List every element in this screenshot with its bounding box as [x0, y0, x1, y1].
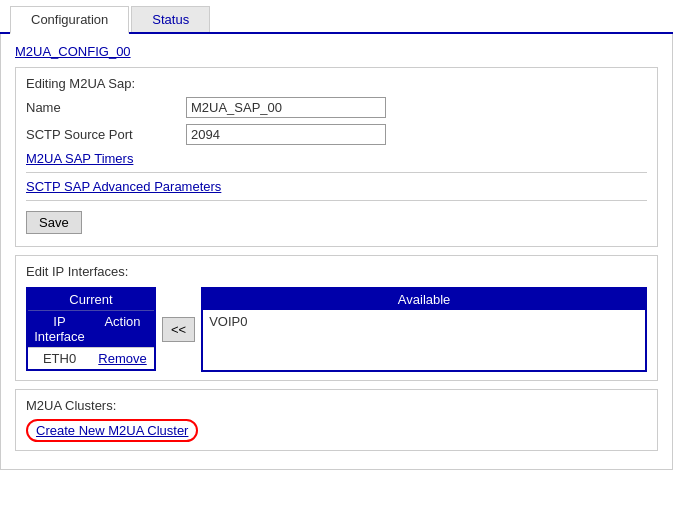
divider1 — [26, 172, 647, 173]
sctp-row: SCTP Source Port — [26, 124, 647, 145]
name-input[interactable] — [186, 97, 386, 118]
editing-sap-section: Editing M2UA Sap: Name SCTP Source Port … — [15, 67, 658, 247]
tables-row: Current IP Interface Action ETH0 Remove … — [26, 287, 647, 372]
col-action-header: Action — [91, 311, 154, 347]
m2ua-sap-timers-link[interactable]: M2UA SAP Timers — [26, 151, 133, 166]
m2ua-sap-timers-row: M2UA SAP Timers — [26, 151, 647, 166]
ip-interfaces-title: Edit IP Interfaces: — [26, 264, 647, 279]
available-table: Available VOIP0 — [201, 287, 647, 372]
available-body: VOIP0 — [203, 310, 645, 370]
available-header: Available — [203, 289, 645, 310]
current-sub-header: IP Interface Action — [28, 310, 154, 347]
tab-status[interactable]: Status — [131, 6, 210, 32]
action-cell: Remove — [91, 348, 154, 369]
current-header: Current — [28, 289, 154, 310]
arrow-button[interactable]: << — [162, 317, 195, 342]
breadcrumb-link[interactable]: M2UA_CONFIG_00 — [15, 44, 131, 59]
name-row: Name — [26, 97, 647, 118]
tab-configuration[interactable]: Configuration — [10, 6, 129, 34]
create-cluster-link[interactable]: Create New M2UA Cluster — [26, 419, 198, 442]
editing-sap-title: Editing M2UA Sap: — [26, 76, 647, 91]
save-button[interactable]: Save — [26, 211, 82, 234]
interface-cell: ETH0 — [28, 348, 91, 369]
sctp-advanced-row: SCTP SAP Advanced Parameters — [26, 179, 647, 194]
table-row: ETH0 Remove — [28, 347, 154, 369]
remove-link[interactable]: Remove — [98, 351, 146, 366]
name-label: Name — [26, 100, 186, 115]
sctp-label: SCTP Source Port — [26, 127, 186, 142]
main-content: M2UA_CONFIG_00 Editing M2UA Sap: Name SC… — [0, 34, 673, 470]
list-item: VOIP0 — [209, 314, 639, 329]
clusters-title: M2UA Clusters: — [26, 398, 647, 413]
current-table: Current IP Interface Action ETH0 Remove — [26, 287, 156, 371]
sctp-input[interactable] — [186, 124, 386, 145]
divider2 — [26, 200, 647, 201]
clusters-section: M2UA Clusters: Create New M2UA Cluster — [15, 389, 658, 451]
sctp-advanced-link[interactable]: SCTP SAP Advanced Parameters — [26, 179, 221, 194]
col-interface-header: IP Interface — [28, 311, 91, 347]
tabs-bar: Configuration Status — [0, 0, 673, 34]
ip-interfaces-section: Edit IP Interfaces: Current IP Interface… — [15, 255, 658, 381]
